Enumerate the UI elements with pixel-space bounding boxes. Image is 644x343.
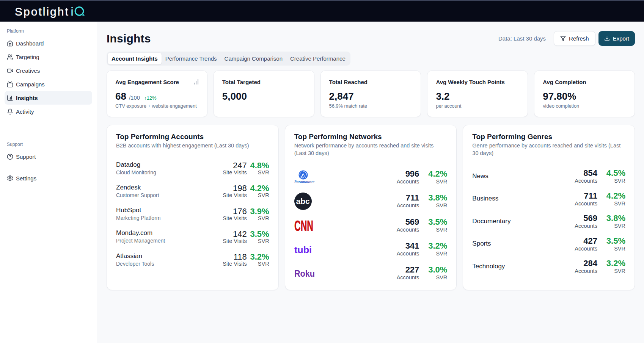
svg-text:CNN: CNN xyxy=(294,220,313,231)
svg-text:Roku: Roku xyxy=(294,270,315,277)
svg-text:tubi: tubi xyxy=(294,246,312,254)
